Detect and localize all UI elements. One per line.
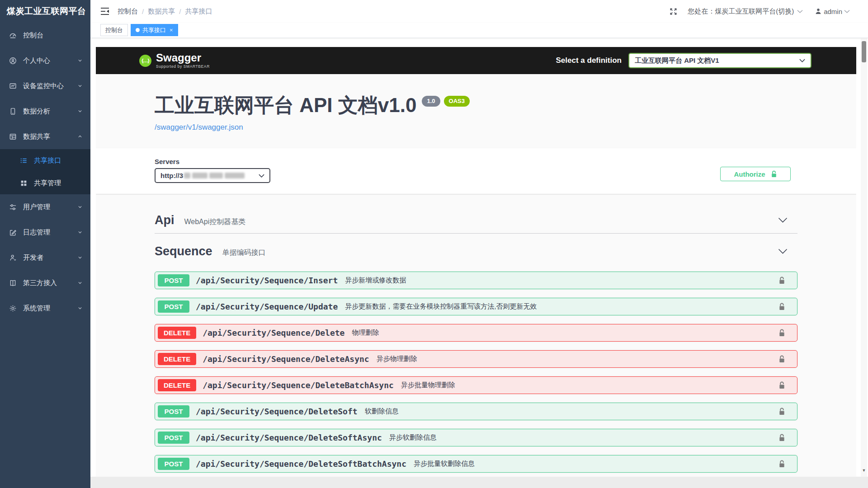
unlock-icon[interactable]	[778, 277, 785, 285]
endpoint-row[interactable]: DELETE/api/Security/Sequence/DeleteBatch…	[155, 376, 797, 394]
section-name: Sequence	[155, 244, 212, 258]
chevron-down-icon[interactable]	[778, 249, 788, 254]
endpoint-path: /api/Security/Sequence/Delete	[203, 328, 344, 338]
page-scrollbar[interactable]: ▼	[861, 38, 867, 477]
sidebar-item-developer[interactable]: 开发者	[0, 245, 90, 270]
section-api[interactable]: Api WebApi控制器基类	[155, 207, 797, 234]
swagger-logo-text: Swagger	[156, 52, 210, 63]
endpoint-row[interactable]: POST/api/Security/Sequence/DeleteSoftBat…	[155, 455, 797, 473]
server-url: http://3	[160, 172, 183, 179]
user-circle-icon	[9, 57, 17, 65]
tab-label: 共享接口	[142, 26, 166, 34]
endpoint-path: /api/Security/Sequence/DeleteSoftAsync	[196, 433, 382, 442]
endpoint-list: POST/api/Security/Sequence/Insert异步新增或修改…	[155, 272, 797, 473]
view-tab-shared-interface[interactable]: 共享接口×	[131, 24, 178, 36]
version-badge: 1.0	[422, 96, 440, 107]
sidebar-menu: 控制台个人中心设备监控中心数据分析数据共享共享接口共享管理用户管理日志管理开发者…	[0, 23, 90, 321]
sidebar-item-log-management[interactable]: 日志管理	[0, 220, 90, 245]
chevron-down-icon	[77, 204, 83, 210]
scrollbar-down-arrow[interactable]: ▼	[861, 467, 867, 474]
endpoint-row[interactable]: POST/api/Security/Sequence/DeleteSoftAsy…	[155, 429, 797, 446]
method-badge: DELETE	[158, 379, 196, 391]
swagger-info-section: 工业互联网平台 API 文档v1.01.0OAS3 /swagger/v1/sw…	[96, 74, 856, 148]
sidebar-item-user-management[interactable]: 用户管理	[0, 194, 90, 220]
sidebar-item-shared-management[interactable]: 共享管理	[0, 172, 90, 194]
server-select[interactable]: http://3	[155, 168, 270, 183]
sidebar-item-console[interactable]: 控制台	[0, 23, 90, 48]
endpoint-row[interactable]: POST/api/Security/Sequence/DeleteSoft软删除…	[155, 403, 797, 420]
unlock-icon[interactable]	[778, 460, 785, 468]
chevron-down-icon	[77, 229, 83, 235]
servers-block: Servers http://3	[155, 158, 270, 183]
sidebar-item-label: 数据分析	[23, 107, 50, 116]
sidebar-item-label: 日志管理	[23, 228, 50, 237]
breadcrumb: 控制台/数据共享/共享接口	[118, 7, 212, 16]
definition-select[interactable]: 工业互联网平台 API 文档V1	[628, 53, 811, 68]
method-badge: POST	[158, 458, 189, 470]
user-menu[interactable]: admin	[815, 8, 850, 15]
authorize-button[interactable]: Authorize	[720, 167, 791, 181]
sidebar-item-third-party-access[interactable]: 第三方接入	[0, 270, 90, 296]
redacted-segment	[192, 173, 208, 178]
breadcrumb-item: 数据共享	[148, 7, 175, 16]
swagger-json-link[interactable]: /swagger/v1/swagger.json	[155, 123, 243, 132]
endpoint-path: /api/Security/Sequence/Update	[196, 302, 338, 311]
developer-icon	[9, 254, 17, 262]
scheme-container: Servers http://3	[96, 148, 856, 194]
unlock-icon[interactable]	[778, 434, 785, 442]
chevron-down-icon	[259, 174, 264, 178]
username: admin	[824, 8, 842, 15]
close-icon[interactable]: ×	[170, 27, 173, 33]
endpoint-description: 异步物理删除	[377, 355, 417, 363]
chevron-down-icon	[77, 83, 83, 89]
unlock-icon[interactable]	[778, 355, 785, 363]
scrollbar-thumb[interactable]	[862, 41, 866, 62]
endpoint-row[interactable]: POST/api/Security/Sequence/Update异步更新数据，…	[155, 298, 797, 315]
sidebar: 煤炭工业互联网平台 控制台个人中心设备监控中心数据分析数据共享共享接口共享管理用…	[0, 0, 90, 488]
redacted-segment	[184, 173, 190, 178]
fullscreen-icon[interactable]	[669, 7, 678, 16]
unlock-icon[interactable]	[778, 329, 785, 337]
main-area: 控制台/数据共享/共享接口 您处在：煤炭工业互联网平台(切换) admin	[90, 0, 868, 488]
unlock-icon[interactable]	[778, 381, 785, 389]
endpoint-row[interactable]: DELETE/api/Security/Sequence/DeleteAsync…	[155, 350, 797, 368]
endpoint-row[interactable]: DELETE/api/Security/Sequence/Delete物理删除	[155, 324, 797, 342]
chevron-down-icon[interactable]	[778, 217, 788, 223]
view-tab-console[interactable]: 控制台	[100, 24, 128, 36]
endpoint-path: /api/Security/Sequence/DeleteAsync	[203, 354, 369, 364]
sidebar-item-label: 设备监控中心	[23, 82, 64, 90]
list-icon	[20, 157, 28, 164]
endpoint-row[interactable]: POST/api/Security/Sequence/Insert异步新增或修改…	[155, 272, 797, 289]
content-area: {…} Swagger Supported by SMARTBEAR Selec…	[90, 38, 868, 488]
dashboard-icon	[9, 32, 17, 39]
method-badge: POST	[158, 432, 189, 444]
unlock-icon[interactable]	[778, 303, 785, 311]
sidebar-item-data-sharing[interactable]: 数据共享	[0, 124, 90, 149]
monitor-icon	[9, 82, 17, 90]
platform-switcher[interactable]: 您处在：煤炭工业互联网平台(切换)	[688, 7, 803, 16]
section-sequence[interactable]: Sequence 单据编码接口	[155, 237, 797, 265]
bottom-strip	[90, 477, 868, 488]
swagger-logo: {…} Swagger Supported by SMARTBEAR	[139, 52, 210, 69]
sidebar-item-shared-interface[interactable]: 共享接口	[0, 149, 90, 172]
method-badge: DELETE	[158, 353, 196, 365]
endpoint-description: 异步新增或修改数据	[345, 276, 406, 285]
sidebar-item-data-analysis[interactable]: 数据分析	[0, 99, 90, 124]
grid-icon	[20, 179, 28, 187]
section-description: 单据编码接口	[222, 248, 266, 258]
section-name: Api	[155, 213, 175, 227]
sidebar-item-device-monitoring-center[interactable]: 设备监控中心	[0, 73, 90, 99]
redacted-segment	[209, 173, 223, 178]
sidebar-item-label: 第三方接入	[23, 279, 57, 287]
sidebar-collapse-icon[interactable]	[100, 7, 109, 15]
unlock-icon[interactable]	[778, 408, 785, 416]
sidebar-item-system-management[interactable]: 系统管理	[0, 296, 90, 321]
breadcrumb-item[interactable]: 控制台	[118, 7, 138, 16]
chevron-down-icon	[797, 9, 803, 14]
sidebar-item-personal-center[interactable]: 个人中心	[0, 48, 90, 73]
chevron-up-icon	[77, 133, 83, 140]
sidebar-item-label: 个人中心	[23, 56, 50, 65]
platform-switcher-label: 您处在：煤炭工业互联网平台(切换)	[688, 7, 794, 16]
chevron-down-icon	[77, 280, 83, 286]
share-grid-icon	[9, 133, 17, 141]
